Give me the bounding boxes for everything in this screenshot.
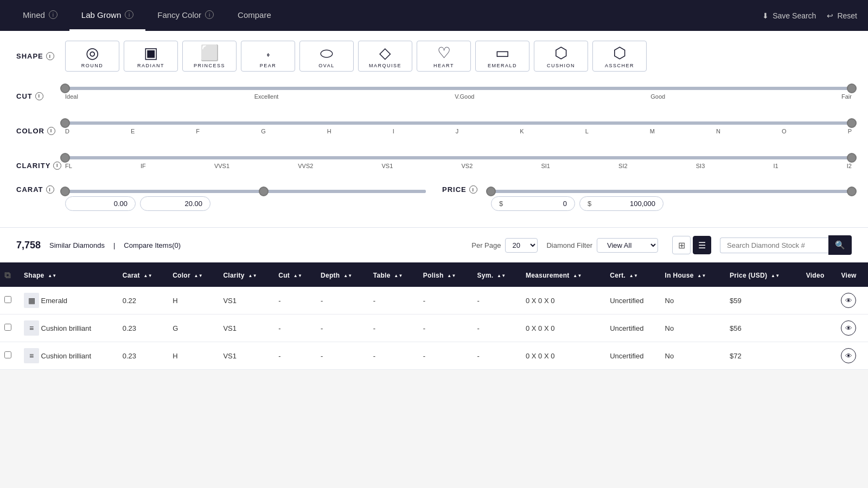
cut-info-icon[interactable]: i xyxy=(35,92,43,100)
per-page-label: Per Page xyxy=(471,241,501,249)
emerald-label: EMERALD xyxy=(488,63,517,68)
color-handle-left[interactable] xyxy=(60,118,70,128)
cert-header[interactable]: Cert. ▲▼ xyxy=(605,264,660,287)
color-header[interactable]: Color ▲▼ xyxy=(168,264,219,287)
clarity-handle-right[interactable] xyxy=(847,153,857,163)
row-measurement: 0 X 0 X 0 xyxy=(521,287,605,314)
view-icons: ⊞ ☰ xyxy=(672,236,711,254)
cut-handle-right[interactable] xyxy=(847,84,857,93)
row-measurement: 0 X 0 X 0 xyxy=(521,314,605,342)
search-stock-input[interactable] xyxy=(720,237,828,253)
row-view: 👁 xyxy=(837,314,868,342)
color-fill xyxy=(65,121,852,125)
lab-grown-info-icon[interactable]: i xyxy=(125,10,133,19)
fancy-color-info-icon[interactable]: i xyxy=(205,10,214,19)
table-header[interactable]: Table ▲▼ xyxy=(369,264,419,287)
row-price: $59 xyxy=(725,287,802,314)
row-depth: - xyxy=(316,342,369,370)
shape-oval[interactable]: ⬭ OVAL xyxy=(299,41,354,72)
emerald-icon: ▭ xyxy=(495,46,509,61)
view-all-select[interactable]: View All With Video Certified xyxy=(597,238,658,253)
measurement-header[interactable]: Measurement ▲▼ xyxy=(521,264,605,287)
price-info-icon[interactable]: i xyxy=(469,185,477,194)
row-checkbox[interactable] xyxy=(4,351,11,358)
view-detail-button[interactable]: 👁 xyxy=(841,348,856,363)
row-table: - xyxy=(369,314,419,342)
row-carat: 0.22 xyxy=(118,287,168,314)
sym-header[interactable]: Sym. ▲▼ xyxy=(473,264,521,287)
per-page-wrap: Per Page 20 50 100 xyxy=(471,238,538,253)
carat-min-input[interactable] xyxy=(65,196,136,211)
row-checkbox[interactable] xyxy=(4,324,11,331)
table-row: ▦ Emerald 0.22 H VS1 - - - - - 0 X 0 X 0… xyxy=(0,287,868,314)
carat-handle-left[interactable] xyxy=(60,187,70,196)
row-depth: - xyxy=(316,287,369,314)
list-view-button[interactable]: ☰ xyxy=(693,236,711,254)
cut-header[interactable]: Cut ▲▼ xyxy=(274,264,316,287)
carat-max-input[interactable] xyxy=(140,196,210,211)
clarity-header[interactable]: Clarity ▲▼ xyxy=(219,264,274,287)
polish-header[interactable]: Polish ▲▼ xyxy=(419,264,473,287)
shape-header[interactable]: Shape ▲▼ xyxy=(20,264,118,287)
row-measurement: 0 X 0 X 0 xyxy=(521,342,605,370)
carat-fill xyxy=(65,190,426,193)
row-video xyxy=(802,314,837,342)
per-page-select[interactable]: 20 50 100 xyxy=(505,238,538,253)
search-stock-button[interactable]: 🔍 xyxy=(828,235,852,255)
shape-emerald[interactable]: ▭ EMERALD xyxy=(475,41,529,72)
shape-info-icon[interactable]: i xyxy=(46,52,54,60)
search-stock-wrap: 🔍 xyxy=(720,235,852,255)
carat-header[interactable]: Carat ▲▼ xyxy=(118,264,168,287)
mined-info-icon[interactable]: i xyxy=(49,10,58,19)
row-clarity: VS1 xyxy=(219,287,274,314)
nav-tab-fancy-color[interactable]: Fancy Color i xyxy=(145,0,226,31)
view-detail-button[interactable]: 👁 xyxy=(841,320,856,336)
carat-handle-right[interactable] xyxy=(259,187,269,196)
price-handle-right[interactable] xyxy=(847,187,857,196)
shape-asscher[interactable]: ⬡ ASSCHER xyxy=(592,41,647,72)
color-info-icon[interactable]: i xyxy=(47,127,55,135)
carat-info-icon[interactable]: i xyxy=(46,185,54,194)
clarity-info-icon[interactable]: i xyxy=(53,162,61,170)
price-max-input[interactable] xyxy=(593,200,655,208)
cut-handle-left[interactable] xyxy=(60,84,70,93)
copy-all-icon[interactable]: ⧉ xyxy=(4,271,10,280)
shape-round[interactable]: ◎ ROUND xyxy=(65,41,119,72)
clarity-track xyxy=(65,156,852,159)
shape-thumb-icon: ≡ xyxy=(24,320,39,336)
price-track xyxy=(491,190,852,193)
save-search-button[interactable]: ⬇ Save Search xyxy=(762,11,816,20)
radiant-label: RADIANT xyxy=(137,63,164,68)
view-detail-button[interactable]: 👁 xyxy=(841,293,856,308)
color-labels: D E F G H I J K L M N O P xyxy=(65,128,852,134)
row-checkbox[interactable] xyxy=(4,296,11,303)
save-search-label: Save Search xyxy=(773,11,816,20)
clarity-handle-left[interactable] xyxy=(60,153,70,163)
row-sym: - xyxy=(473,287,521,314)
shape-cushion[interactable]: ⬡ CUSHION xyxy=(534,41,588,72)
depth-header[interactable]: Depth ▲▼ xyxy=(316,264,369,287)
carat-price-row: CARAT i PRICE i xyxy=(16,185,852,211)
results-table: ⧉ Shape ▲▼ Carat ▲▼ Color ▲▼ Clarity ▲▼ … xyxy=(0,264,868,370)
shape-radiant[interactable]: ▣ RADIANT xyxy=(124,41,178,72)
price-handle-left[interactable] xyxy=(486,187,496,196)
heart-icon: ♡ xyxy=(437,46,451,61)
price-min-input[interactable] xyxy=(505,200,567,208)
shape-princess[interactable]: ⬜ PRINCESS xyxy=(182,41,237,72)
nav-tab-mined[interactable]: Mined i xyxy=(11,0,69,31)
grid-view-button[interactable]: ⊞ xyxy=(672,236,691,254)
shape-pear[interactable]: ⬫ PEAR xyxy=(241,41,295,72)
shape-heart[interactable]: ♡ HEART xyxy=(417,41,471,72)
carat-section: CARAT i xyxy=(16,185,426,211)
nav-tab-compare[interactable]: Compare xyxy=(226,0,283,31)
price-header[interactable]: Price (USD) ▲▼ xyxy=(725,264,802,287)
reset-button[interactable]: ↩ Reset xyxy=(827,11,857,20)
asscher-label: ASSCHER xyxy=(605,63,634,68)
nav-tab-lab-grown[interactable]: Lab Grown i xyxy=(69,0,145,31)
row-shape: ≡ Cushion brilliant xyxy=(20,342,118,370)
inhouse-header[interactable]: In House ▲▼ xyxy=(661,264,726,287)
shape-marquise[interactable]: ◇ MARQUISE xyxy=(358,41,412,72)
color-handle-right[interactable] xyxy=(847,118,857,128)
price-max-dollar: $ xyxy=(588,200,591,208)
nav-tab-mined-label: Mined xyxy=(23,10,45,20)
